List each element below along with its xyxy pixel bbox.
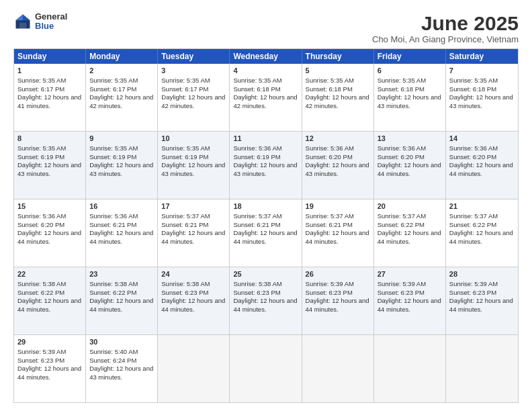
day-number: 21 <box>449 201 515 212</box>
cell-4-tue: 24 Sunrise: 5:38 AM Sunset: 6:23 PM Dayl… <box>158 267 230 334</box>
daylight: Daylight: 12 hours and 42 minutes. <box>89 93 153 109</box>
week-row-5: 29 Sunrise: 5:39 AM Sunset: 6:23 PM Dayl… <box>14 335 518 402</box>
cell-1-sat: 7 Sunrise: 5:35 AM Sunset: 6:18 PM Dayli… <box>446 64 518 131</box>
day-number: 22 <box>17 269 82 279</box>
sunset: Sunset: 6:20 PM <box>378 153 425 161</box>
sunrise: Sunrise: 5:37 AM <box>378 212 426 220</box>
day-number: 15 <box>17 201 82 212</box>
daylight: Daylight: 12 hours and 43 minutes. <box>89 365 153 381</box>
day-number: 5 <box>306 66 370 76</box>
cell-3-sat: 21 Sunrise: 5:37 AM Sunset: 6:22 PM Dayl… <box>446 199 518 267</box>
sunrise: Sunrise: 5:37 AM <box>161 212 210 220</box>
header: General Blue June 2025 Cho Moi, An Giang… <box>13 12 519 44</box>
sunset: Sunset: 6:17 PM <box>17 85 64 93</box>
day-number: 28 <box>449 269 515 279</box>
calendar-subtitle: Cho Moi, An Giang Province, Vietnam <box>372 34 519 44</box>
cell-2-thu: 12 Sunrise: 5:36 AM Sunset: 6:20 PM Dayl… <box>302 132 374 199</box>
sunset: Sunset: 6:18 PM <box>449 85 496 93</box>
day-number: 29 <box>17 337 82 347</box>
cell-5-wed-empty <box>230 335 302 402</box>
header-monday: Monday <box>86 49 158 64</box>
cell-5-thu-empty <box>302 335 374 402</box>
day-number: 18 <box>233 201 298 212</box>
cell-1-sun: 1 Sunrise: 5:35 AM Sunset: 6:17 PM Dayli… <box>14 64 86 131</box>
header-wednesday: Wednesday <box>230 49 302 64</box>
calendar: Sunday Monday Tuesday Wednesday Thursday… <box>13 48 519 403</box>
week-row-2: 8 Sunrise: 5:35 AM Sunset: 6:19 PM Dayli… <box>14 132 518 199</box>
sunset: Sunset: 6:21 PM <box>233 221 280 228</box>
sunrise: Sunrise: 5:36 AM <box>378 144 426 152</box>
title-block: June 2025 Cho Moi, An Giang Province, Vi… <box>372 12 519 44</box>
cell-5-tue-empty <box>158 335 230 402</box>
daylight: Daylight: 12 hours and 44 minutes. <box>378 229 441 245</box>
daylight: Daylight: 12 hours and 42 minutes. <box>306 93 369 109</box>
logo: General Blue <box>13 12 67 32</box>
day-number: 1 <box>17 66 82 76</box>
header-tuesday: Tuesday <box>158 49 230 64</box>
day-number: 19 <box>306 201 370 212</box>
sunset: Sunset: 6:17 PM <box>161 85 208 93</box>
cell-3-tue: 17 Sunrise: 5:37 AM Sunset: 6:21 PM Dayl… <box>158 199 230 267</box>
sunset: Sunset: 6:23 PM <box>17 357 64 364</box>
daylight: Daylight: 12 hours and 43 minutes. <box>89 161 153 177</box>
cell-2-sat: 14 Sunrise: 5:36 AM Sunset: 6:20 PM Dayl… <box>446 132 518 199</box>
sunrise: Sunrise: 5:36 AM <box>449 144 498 152</box>
cell-2-tue: 10 Sunrise: 5:35 AM Sunset: 6:19 PM Dayl… <box>158 132 230 199</box>
sunrise: Sunrise: 5:35 AM <box>378 77 426 84</box>
header-sunday: Sunday <box>14 49 86 64</box>
page: General Blue June 2025 Cho Moi, An Giang… <box>0 0 532 411</box>
cell-4-wed: 25 Sunrise: 5:38 AM Sunset: 6:23 PM Dayl… <box>230 267 302 334</box>
sunset: Sunset: 6:22 PM <box>378 221 425 228</box>
sunset: Sunset: 6:23 PM <box>378 289 425 296</box>
cell-5-mon: 30 Sunrise: 5:40 AM Sunset: 6:24 PM Dayl… <box>86 335 158 402</box>
daylight: Daylight: 12 hours and 44 minutes. <box>306 297 369 313</box>
cell-1-mon: 2 Sunrise: 5:35 AM Sunset: 6:17 PM Dayli… <box>86 64 158 131</box>
header-friday: Friday <box>374 49 446 64</box>
cell-4-sun: 22 Sunrise: 5:38 AM Sunset: 6:22 PM Dayl… <box>14 267 86 334</box>
sunrise: Sunrise: 5:38 AM <box>89 280 138 287</box>
cell-4-mon: 23 Sunrise: 5:38 AM Sunset: 6:22 PM Dayl… <box>86 267 158 334</box>
sunset: Sunset: 6:22 PM <box>449 221 496 228</box>
cell-5-fri-empty <box>374 335 446 402</box>
day-number: 16 <box>89 201 154 212</box>
sunset: Sunset: 6:21 PM <box>89 221 136 228</box>
header-thursday: Thursday <box>302 49 374 64</box>
cell-4-sat: 28 Sunrise: 5:39 AM Sunset: 6:23 PM Dayl… <box>446 267 518 334</box>
sunset: Sunset: 6:19 PM <box>89 153 136 161</box>
daylight: Daylight: 12 hours and 44 minutes. <box>378 161 441 177</box>
daylight: Daylight: 12 hours and 44 minutes. <box>89 229 153 245</box>
sunrise: Sunrise: 5:35 AM <box>89 144 138 152</box>
sunrise: Sunrise: 5:39 AM <box>17 348 66 355</box>
cell-1-fri: 6 Sunrise: 5:35 AM Sunset: 6:18 PM Dayli… <box>374 64 446 131</box>
day-number: 3 <box>161 66 226 76</box>
sunrise: Sunrise: 5:39 AM <box>306 280 354 287</box>
daylight: Daylight: 12 hours and 43 minutes. <box>449 93 513 109</box>
daylight: Daylight: 12 hours and 44 minutes. <box>378 297 441 313</box>
sunset: Sunset: 6:21 PM <box>306 221 353 228</box>
sunset: Sunset: 6:18 PM <box>306 85 353 93</box>
day-number: 17 <box>161 201 226 212</box>
daylight: Daylight: 12 hours and 44 minutes. <box>449 161 513 177</box>
day-number: 14 <box>449 134 515 144</box>
cell-5-sat-empty <box>446 335 518 402</box>
sunrise: Sunrise: 5:36 AM <box>17 212 66 220</box>
day-number: 25 <box>233 269 298 279</box>
cell-3-fri: 20 Sunrise: 5:37 AM Sunset: 6:22 PM Dayl… <box>374 199 446 267</box>
day-number: 24 <box>161 269 226 279</box>
day-number: 9 <box>89 134 154 144</box>
day-number: 6 <box>378 66 442 76</box>
cell-4-thu: 26 Sunrise: 5:39 AM Sunset: 6:23 PM Dayl… <box>302 267 374 334</box>
day-number: 12 <box>306 134 370 144</box>
calendar-title: June 2025 <box>372 12 519 34</box>
sunset: Sunset: 6:21 PM <box>161 221 208 228</box>
day-number: 30 <box>89 337 154 347</box>
day-number: 8 <box>17 134 82 144</box>
daylight: Daylight: 12 hours and 44 minutes. <box>233 297 297 313</box>
cell-2-mon: 9 Sunrise: 5:35 AM Sunset: 6:19 PM Dayli… <box>86 132 158 199</box>
sunrise: Sunrise: 5:38 AM <box>161 280 210 287</box>
daylight: Daylight: 12 hours and 44 minutes. <box>161 229 225 245</box>
daylight: Daylight: 12 hours and 43 minutes. <box>161 161 225 177</box>
day-number: 2 <box>89 66 154 76</box>
day-number: 27 <box>378 269 442 279</box>
daylight: Daylight: 12 hours and 44 minutes. <box>17 365 81 381</box>
